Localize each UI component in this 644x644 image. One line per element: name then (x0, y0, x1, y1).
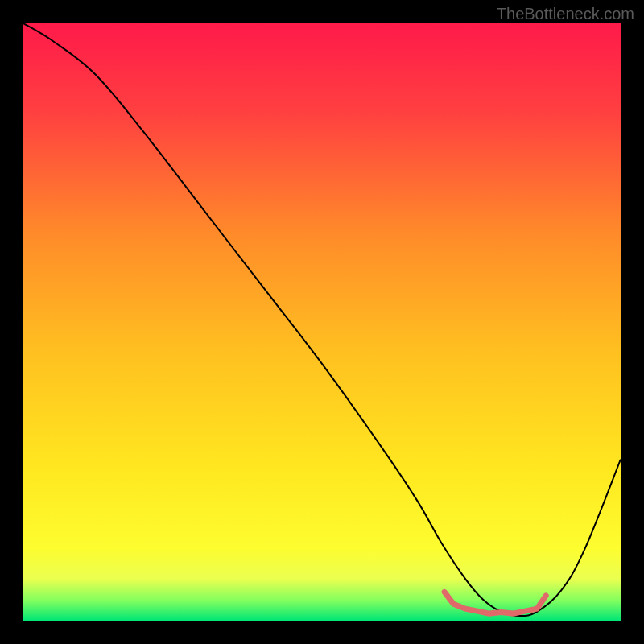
watermark-text: TheBottleneck.com (497, 5, 634, 23)
chart-background (23, 23, 621, 621)
chart-plot-area (23, 23, 621, 621)
chart-canvas (23, 23, 621, 621)
